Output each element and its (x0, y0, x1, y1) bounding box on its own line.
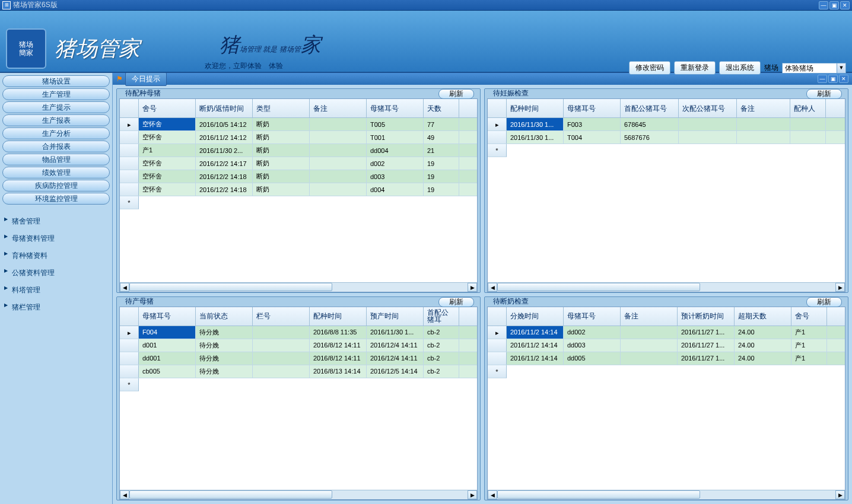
scroll-left-icon[interactable]: ◀ (488, 490, 497, 499)
column-header[interactable]: 超期天数 (735, 307, 791, 326)
scroll-thumb[interactable] (129, 490, 332, 499)
cell: 2016/12/4 14:11 (367, 352, 424, 365)
maximize-button[interactable]: ▣ (829, 1, 839, 9)
horizontal-scrollbar[interactable]: ◀▶ (120, 490, 477, 499)
close-button[interactable]: ✕ (840, 1, 850, 9)
sidebar-tab-1[interactable]: 生产管理 (2, 88, 110, 100)
column-header[interactable]: 栏号 (253, 307, 310, 326)
column-header[interactable]: 备注 (621, 307, 678, 326)
table-row[interactable]: dd001待分娩2016/8/12 14:112016/12/4 14:11cb… (120, 352, 477, 365)
scroll-track[interactable] (497, 283, 835, 292)
scroll-track[interactable] (497, 490, 835, 499)
panel-maximize-button[interactable]: ▣ (828, 75, 838, 83)
column-header[interactable]: 天数 (424, 99, 459, 117)
table-row[interactable]: 空怀舍2016/11/2 14:12断奶T00149 (120, 131, 477, 144)
scroll-right-icon[interactable]: ▶ (468, 283, 477, 292)
scroll-right-icon[interactable]: ▶ (835, 490, 845, 499)
column-header[interactable]: 首配公猪耳号 (621, 99, 679, 117)
column-header[interactable]: 备注 (737, 99, 790, 117)
table-row[interactable]: 2016/11/2 14:14dd0052016/11/27 1...24.00… (488, 352, 845, 365)
column-header[interactable]: 舍号 (139, 99, 196, 117)
table-row[interactable]: 2016/11/2 14:14dd0032016/11/27 1...24.00… (488, 339, 845, 352)
sidebar-nav-0[interactable]: 猪舍管理 (0, 213, 112, 230)
farm-select[interactable]: 体验猪场 ▼ (782, 63, 846, 74)
sidebar-nav-2[interactable]: 育种猪资料 (0, 247, 112, 264)
table-row[interactable]: d001待分娩2016/8/12 14:112016/12/4 14:11cb-… (120, 339, 477, 352)
scroll-left-icon[interactable]: ◀ (120, 490, 129, 499)
column-header[interactable]: 配种时间 (507, 99, 564, 117)
column-header[interactable]: 首配公猪耳 (424, 307, 459, 326)
cell: 2016/12/5 14:14 (367, 365, 424, 378)
horizontal-scrollbar[interactable]: ◀▶ (488, 490, 845, 499)
relogin-button[interactable]: 重新登录 (674, 61, 716, 75)
table-row[interactable]: ▸空怀舍2016/10/5 14:12断奶T00577 (120, 118, 477, 131)
new-row[interactable]: * (120, 196, 477, 209)
exit-button[interactable]: 退出系统 (719, 61, 761, 75)
horizontal-scrollbar[interactable]: ◀▶ (120, 282, 477, 292)
grid-header: 分娩时间母猪耳号备注预计断奶时间超期天数舍号 (488, 307, 845, 326)
sidebar-tab-4[interactable]: 生产分析 (2, 127, 110, 139)
change-password-button[interactable]: 修改密码 (629, 61, 670, 75)
sidebar-tab-6[interactable]: 物品管理 (2, 154, 110, 165)
sidebar-nav-3[interactable]: 公猪资料管理 (0, 264, 112, 282)
scroll-left-icon[interactable]: ◀ (488, 283, 497, 292)
table-row[interactable]: ▸2016/11/2 14:14dd0022016/11/27 1...24.0… (488, 326, 845, 339)
sidebar-tab-8[interactable]: 疾病防控管理 (2, 180, 110, 192)
table-row[interactable]: ▸F004待分娩2016/8/8 11:352016/11/30 1...cb-… (120, 326, 477, 339)
column-header[interactable]: 配种人 (790, 99, 826, 117)
scroll-thumb[interactable] (497, 283, 700, 291)
scroll-track[interactable] (129, 490, 468, 499)
scroll-left-icon[interactable]: ◀ (120, 283, 129, 292)
table-row[interactable]: ▸2016/11/30 1...F003678645 (488, 118, 845, 131)
column-header[interactable]: 舍号 (791, 307, 827, 326)
sidebar-tab-7[interactable]: 绩效管理 (2, 167, 110, 178)
table-row[interactable]: 空怀舍2016/12/2 14:17断奶d00219 (120, 157, 477, 170)
column-header[interactable]: 断奶/返情时间 (196, 99, 253, 117)
column-header[interactable]: 母猪耳号 (564, 99, 621, 117)
sidebar-nav-1[interactable]: 母猪资料管理 (0, 230, 112, 247)
panel-close-button[interactable]: ✕ (839, 75, 848, 83)
column-header[interactable]: 类型 (253, 99, 310, 117)
sidebar-tab-5[interactable]: 合并报表 (2, 141, 110, 152)
scroll-thumb[interactable] (129, 283, 332, 291)
column-header[interactable]: 母猪耳号 (139, 307, 196, 326)
panel-title: 待断奶检查 (491, 296, 531, 307)
panel-minimize-button[interactable]: — (818, 75, 827, 83)
column-header[interactable]: 母猪耳号 (367, 99, 424, 117)
scroll-right-icon[interactable]: ▶ (835, 283, 845, 292)
horizontal-scrollbar[interactable]: ◀▶ (488, 282, 845, 292)
table-row[interactable]: cb005待分娩2016/8/13 14:142016/12/5 14:14cb… (120, 365, 477, 378)
scroll-right-icon[interactable]: ▶ (468, 490, 477, 499)
column-header[interactable]: 预产时间 (367, 307, 424, 326)
table-row[interactable]: 2016/11/30 1...T0045687676 (488, 131, 845, 144)
sidebar-tab-0[interactable]: 猪场设置 (2, 75, 110, 87)
column-header[interactable]: 当前状态 (196, 307, 253, 326)
header-actions: 修改密码 重新登录 退出系统 猪场 体验猪场 ▼ (629, 61, 846, 75)
scroll-track[interactable] (129, 283, 468, 292)
table-row[interactable]: 空怀舍2016/12/2 14:18断奶d00419 (120, 183, 477, 196)
new-row[interactable]: * (488, 365, 845, 378)
refresh-button[interactable]: 刷新 (438, 297, 474, 307)
sidebar-nav-5[interactable]: 猪栏管理 (0, 299, 112, 316)
refresh-button[interactable]: 刷新 (438, 89, 474, 99)
column-header[interactable]: 次配公猪耳号 (679, 99, 737, 117)
column-header[interactable]: 备注 (310, 99, 367, 117)
panel-pending-mating: 待配种母猪刷新舍号断奶/返情时间类型备注母猪耳号天数▸空怀舍2016/10/5 … (116, 88, 481, 293)
minimize-button[interactable]: — (819, 1, 828, 9)
column-header[interactable]: 预计断奶时间 (678, 307, 735, 326)
table-row[interactable]: 产12016/11/30 2...断奶dd00421 (120, 144, 477, 157)
refresh-button[interactable]: 刷新 (806, 89, 842, 99)
new-row[interactable]: * (120, 378, 477, 391)
cell: 2016/8/12 14:11 (310, 352, 367, 365)
new-row[interactable]: * (488, 144, 845, 157)
sidebar-tab-3[interactable]: 生产报表 (2, 114, 110, 126)
scroll-thumb[interactable] (497, 490, 700, 499)
table-row[interactable]: 空怀舍2016/12/2 14:18断奶d00319 (120, 170, 477, 183)
column-header[interactable]: 分娩时间 (507, 307, 564, 326)
sidebar-tab-2[interactable]: 生产提示 (2, 101, 110, 113)
column-header[interactable]: 母猪耳号 (564, 307, 621, 326)
sidebar-nav-4[interactable]: 料塔管理 (0, 282, 112, 299)
column-header[interactable]: 配种时间 (310, 307, 367, 326)
sidebar-tab-9[interactable]: 环境监控管理 (2, 193, 110, 205)
refresh-button[interactable]: 刷新 (806, 297, 842, 307)
